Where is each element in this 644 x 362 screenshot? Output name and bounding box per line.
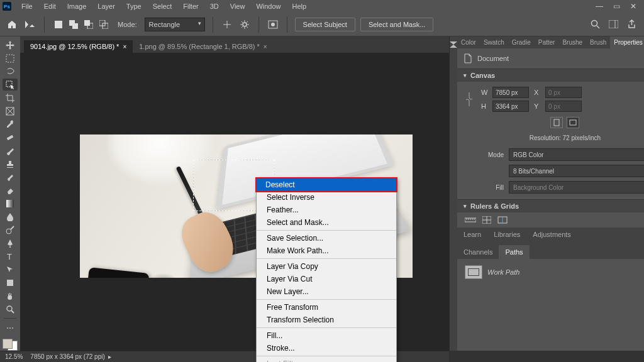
portrait-button[interactable] (550, 117, 563, 128)
share-icon[interactable] (627, 19, 636, 29)
menu-filter[interactable]: Filter (178, 1, 203, 11)
tab-patterns[interactable]: Patter (535, 36, 559, 48)
document-tab[interactable]: 9014.jpg @ 12.5% (RGB/8) * × (24, 40, 133, 53)
intersect-selection-icon[interactable] (97, 18, 110, 31)
context-free-transform[interactable]: Free Transform (257, 301, 396, 314)
landscape-button[interactable] (567, 117, 579, 128)
tab-swatches[interactable]: Swatch (480, 36, 508, 48)
new-selection-icon[interactable] (52, 18, 65, 31)
frame-tool[interactable] (3, 105, 18, 117)
grid-icon[interactable] (482, 216, 491, 224)
ruler-icon[interactable] (465, 216, 476, 224)
dodge-tool[interactable] (3, 224, 18, 236)
tab-adjustments[interactable]: Adjustments (526, 228, 577, 241)
add-selection-icon[interactable] (67, 18, 80, 31)
lasso-tool[interactable] (3, 65, 18, 77)
bit-depth-select[interactable]: 8 Bits/Channel▾ (509, 165, 644, 177)
width-input[interactable] (492, 87, 529, 98)
search-icon[interactable] (591, 19, 600, 29)
close-icon[interactable]: ✕ (630, 2, 636, 11)
shape-select[interactable]: Rectangle (145, 18, 205, 31)
menu-help[interactable]: Help (287, 1, 312, 11)
tab-properties[interactable]: Properties (610, 36, 644, 48)
shape-tool[interactable] (3, 277, 18, 288)
context-new-layer[interactable]: New Layer... (257, 285, 396, 298)
tab-paths[interactable]: Paths (499, 245, 529, 259)
tab-learn[interactable]: Learn (457, 228, 487, 241)
object-selection-tool[interactable] (3, 79, 18, 90)
context-fill[interactable]: Fill... (257, 329, 396, 342)
select-and-mask-button[interactable]: Select and Mask... (360, 18, 434, 31)
menu-3d[interactable]: 3D (205, 1, 224, 11)
guides-icon[interactable] (497, 216, 508, 224)
tool-preset-icon[interactable] (24, 18, 36, 31)
tab-color[interactable]: Color (457, 36, 480, 48)
color-swatches[interactable] (3, 339, 18, 351)
y-label: Y (534, 102, 541, 110)
zoom-level[interactable]: 12.5% (5, 353, 23, 360)
stamp-tool[interactable] (3, 158, 18, 170)
home-icon[interactable] (5, 18, 19, 31)
foreground-color-swatch[interactable] (3, 339, 13, 349)
path-tool[interactable] (3, 263, 18, 275)
menu-edit[interactable]: Edit (39, 1, 61, 11)
select-subject-button[interactable]: Select Subject (295, 18, 355, 31)
tab-libraries[interactable]: Libraries (487, 228, 526, 241)
marquee-tool[interactable] (3, 52, 18, 64)
healing-tool[interactable] (3, 131, 18, 143)
context-deselect[interactable]: Deselect (255, 177, 397, 192)
color-mode-select[interactable]: RGB Color▾ (509, 148, 644, 161)
context-feather[interactable]: Feather... (257, 204, 396, 216)
subtract-selection-icon[interactable] (82, 18, 95, 31)
document-dimensions[interactable]: 7850 px x 3364 px (72 ppi) ▸ (30, 353, 111, 360)
history-brush-tool[interactable] (3, 171, 18, 183)
eyedropper-tool[interactable] (3, 118, 18, 130)
link-icon[interactable] (466, 91, 477, 107)
menu-select[interactable]: Select (148, 1, 177, 11)
brush-tool[interactable] (3, 145, 18, 156)
context-make-work-path[interactable]: Make Work Path... (257, 244, 396, 257)
close-tab-icon[interactable]: × (123, 43, 126, 50)
tab-gradients[interactable]: Gradie (508, 36, 535, 48)
context-layer-via-cut[interactable]: Layer Via Cut (257, 273, 396, 285)
tab-brushes[interactable]: Brushe (558, 36, 586, 48)
gradient-tool[interactable] (3, 197, 18, 209)
context-select-inverse[interactable]: Select Inverse (257, 191, 396, 204)
path-row[interactable]: Work Path (457, 263, 644, 282)
context-transform-selection[interactable]: Transform Selection (257, 314, 396, 326)
pen-tool[interactable] (3, 237, 18, 249)
document-tab[interactable]: 1.png @ 89.5% (Rectangle 1, RGB/8) * × (133, 40, 273, 53)
collapse-icon[interactable] (450, 41, 457, 48)
edit-toolbar-icon[interactable]: ⋯ (3, 322, 18, 334)
opt-mask-icon[interactable] (267, 18, 279, 31)
right-panels: Color Swatch Gradie Patter Brushe Brush … (449, 36, 644, 351)
rulers-section-head[interactable]: ▾ Rulers & Grids (457, 199, 644, 212)
minimize-icon[interactable]: — (596, 2, 603, 11)
close-tab-icon[interactable]: × (264, 43, 267, 50)
context-layer-via-copy[interactable]: Layer Via Copy (257, 260, 396, 273)
crop-tool[interactable] (3, 92, 18, 104)
workspace-icon[interactable] (609, 20, 618, 28)
menu-view[interactable]: View (225, 1, 250, 11)
zoom-tool[interactable] (3, 303, 18, 315)
menu-image[interactable]: Image (62, 1, 92, 11)
context-stroke[interactable]: Stroke... (257, 342, 396, 354)
maximize-icon[interactable]: ▭ (613, 2, 620, 11)
tab-brush[interactable]: Brush (586, 36, 610, 48)
blur-tool[interactable] (3, 211, 18, 222)
type-tool[interactable]: T (3, 250, 18, 262)
height-input[interactable] (492, 101, 529, 112)
menu-window[interactable]: Window (251, 1, 286, 11)
tab-channels[interactable]: Channels (457, 245, 499, 259)
move-tool[interactable] (3, 39, 18, 51)
menu-layer[interactable]: Layer (92, 1, 120, 11)
opt-icon-1[interactable] (221, 18, 233, 31)
eraser-tool[interactable] (3, 184, 18, 196)
context-save-selection[interactable]: Save Selection... (257, 232, 396, 244)
canvas-section-head[interactable]: ▾ Canvas (457, 69, 644, 82)
hand-tool[interactable] (3, 290, 18, 302)
menu-file[interactable]: File (16, 1, 38, 11)
opt-gear-icon[interactable] (238, 18, 251, 31)
context-select-and-mask[interactable]: Select and Mask... (257, 216, 396, 229)
menu-type[interactable]: Type (121, 1, 147, 11)
